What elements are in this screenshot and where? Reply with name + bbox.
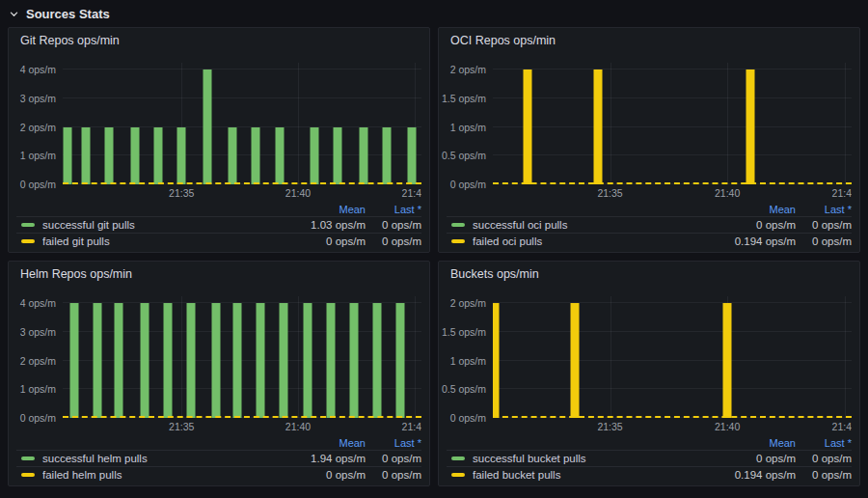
series-last-value: 0 ops/m [366,235,421,247]
bar[interactable] [212,303,221,418]
legend-header-mean[interactable]: Mean [690,204,796,215]
plot-area[interactable] [493,296,852,418]
y-tick-label: 4 ops/m [20,296,56,310]
dashboard: Sources Stats Git Repos ops/min 0 ops/m1… [0,0,868,486]
panel-title[interactable]: Git Repos ops/min [16,28,421,53]
bar[interactable] [408,127,417,185]
bar[interactable] [94,303,102,418]
bar[interactable] [252,127,260,185]
bar[interactable] [746,69,755,184]
legend-header-last[interactable]: Last * [366,437,421,449]
bar[interactable] [326,303,335,418]
panel-title[interactable]: Helm Repos ops/min [16,262,421,287]
legend-header-mean[interactable]: Mean [259,204,366,215]
series-name[interactable]: failed helm pulls [42,469,259,481]
bar[interactable] [186,303,195,418]
zero-value-dashed-line [493,416,852,418]
series-last-value: 0 ops/m [366,453,421,464]
legend: Mean Last * successful oci pulls0 ops/m0… [447,202,852,249]
y-axis: 0 ops/m0.5 ops/m1 ops/m1.5 ops/m2 ops/m [447,296,493,418]
series-name[interactable]: failed bucket pulls [473,469,690,481]
bar[interactable] [723,303,732,418]
plot-area[interactable] [63,63,421,184]
bar[interactable] [105,127,114,185]
gridline [493,388,852,389]
row-header-sources-stats[interactable]: Sources Stats [0,0,868,25]
bar[interactable] [310,127,318,185]
bar[interactable] [349,303,358,418]
legend-header-last[interactable]: Last * [796,204,852,215]
y-tick-label: 1.5 ops/m [442,92,486,105]
chart-panel: OCI Repos ops/min 0 ops/m0.5 ops/m1 ops/… [438,27,860,253]
panel-title[interactable]: Buckets ops/min [447,262,852,287]
series-mean-value: 0 ops/m [259,235,366,247]
chart-region: 0 ops/m0.5 ops/m1 ops/m1.5 ops/m2 ops/m [447,296,852,418]
y-tick-label: 0 ops/m [450,411,486,425]
plot-area[interactable] [63,296,421,418]
x-axis: 21:3521:4021:45 [493,418,852,434]
gridline [63,97,421,98]
legend-header-mean[interactable]: Mean [690,437,796,449]
series-last-value: 0 ops/m [796,235,852,247]
bar[interactable] [257,303,265,418]
legend-rows: successful helm pulls1.94 ops/m0 ops/mfa… [16,450,421,483]
bar[interactable] [524,69,532,184]
chart-region: 0 ops/m0.5 ops/m1 ops/m1.5 ops/m2 ops/m [447,63,852,184]
bar[interactable] [373,303,382,418]
x-axis: 21:3521:4021:45 [63,184,421,201]
series-name[interactable]: successful git pulls [42,219,259,231]
legend-header-last[interactable]: Last * [796,437,852,449]
x-tick-label: 21:40 [715,421,740,432]
plot-area[interactable] [493,63,852,184]
x-tick-label: 21:35 [597,187,622,199]
bar[interactable] [154,127,163,185]
series-name[interactable]: successful oci pulls [473,219,690,231]
bar[interactable] [396,303,405,418]
bar[interactable] [229,127,237,185]
legend-header-mean[interactable]: Mean [259,437,366,449]
bar[interactable] [130,127,139,185]
panel-title[interactable]: OCI Repos ops/min [447,28,852,53]
series-color-swatch [451,223,465,227]
y-tick-label: 2 ops/m [20,121,56,134]
chart-region: 0 ops/m1 ops/m2 ops/m3 ops/m4 ops/m [16,296,421,418]
x-tick-label: 21:40 [715,187,740,199]
bar[interactable] [594,69,603,184]
series-color-swatch [21,456,35,460]
gridline [415,296,416,418]
series-name[interactable]: failed git pulls [42,235,259,247]
series-name[interactable]: successful bucket pulls [473,453,690,464]
gridline [493,302,852,303]
bar[interactable] [280,303,288,418]
y-tick-label: 1 ops/m [450,121,486,134]
bar[interactable] [359,127,367,185]
bar[interactable] [571,303,580,418]
x-tick-label: 21:35 [597,421,622,432]
bar[interactable] [63,127,71,185]
bar[interactable] [203,69,211,184]
bar[interactable] [303,303,312,418]
row-title: Sources Stats [26,7,110,21]
bar[interactable] [70,303,79,418]
bar[interactable] [163,303,172,418]
legend-header: Mean Last * [447,202,852,216]
series-name[interactable]: failed oci pulls [473,235,690,247]
series-name[interactable]: successful helm pulls [42,453,259,464]
bar[interactable] [233,303,242,418]
legend-header: Mean Last * [16,202,421,216]
y-tick-label: 0.5 ops/m [442,382,486,396]
bar[interactable] [382,127,391,185]
bar[interactable] [140,303,149,418]
gridline [493,154,852,155]
legend: Mean Last * successful helm pulls1.94 op… [16,435,421,483]
x-tick-label: 21:40 [285,421,311,432]
bar[interactable] [177,127,186,185]
bar[interactable] [82,127,91,185]
series-mean-value: 0 ops/m [690,453,796,464]
bar[interactable] [334,127,342,185]
bar[interactable] [275,127,284,185]
gridline [493,97,852,98]
bar[interactable] [493,303,500,418]
legend-header-last[interactable]: Last * [366,204,421,215]
bar[interactable] [114,303,122,418]
